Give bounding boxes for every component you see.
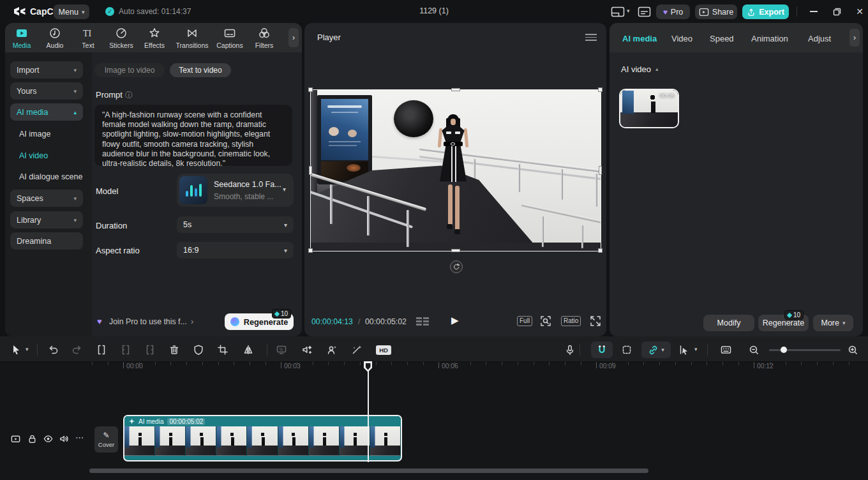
portrait-enhance-icon[interactable]: [326, 344, 338, 356]
play-button[interactable]: ▶: [451, 315, 459, 326]
fullscreen-icon[interactable]: [589, 315, 602, 327]
sidebar-item-ai-media[interactable]: AI media▴: [10, 103, 83, 121]
selection-handle[interactable]: [308, 248, 313, 253]
ribbon-tab-stickers[interactable]: Stickers: [105, 27, 138, 49]
full-button[interactable]: Full: [517, 316, 532, 326]
hide-track-icon[interactable]: [43, 433, 54, 444]
join-pro-link[interactable]: Join Pro to use this f...: [109, 317, 187, 326]
tab-image-to-video[interactable]: Image to video: [94, 63, 165, 77]
inspector-more-tabs-button[interactable]: ›: [849, 29, 860, 47]
mask-icon[interactable]: [193, 344, 204, 356]
ai-video-thumbnail[interactable]: 00:05: [619, 89, 679, 128]
selection-handle[interactable]: [599, 166, 602, 175]
chevron-down-icon[interactable]: ▾: [694, 346, 698, 352]
zoom-in-icon[interactable]: [847, 344, 858, 356]
split-icon[interactable]: [96, 344, 107, 356]
zoom-slider-handle[interactable]: [781, 347, 787, 353]
redo-icon[interactable]: [71, 344, 83, 356]
frame-view-icon[interactable]: [416, 317, 429, 326]
ribbon-tab-captions[interactable]: Captions: [213, 27, 246, 49]
selection-handle[interactable]: [598, 87, 602, 92]
ribbon-tab-transitions[interactable]: Transitions: [174, 27, 211, 49]
preview-frame-icon[interactable]: [621, 344, 632, 356]
tab-adjust[interactable]: Adjust: [808, 34, 831, 43]
duration-select[interactable]: 5s ▾: [177, 216, 294, 233]
info-icon[interactable]: ⓘ: [125, 90, 133, 101]
sidebar-item-library[interactable]: Library▾: [10, 211, 83, 229]
track-options-icon[interactable]: ⋯: [75, 433, 84, 442]
shortcut-keys-icon[interactable]: [720, 344, 732, 356]
player-menu-icon[interactable]: [585, 34, 597, 41]
delete-left-icon[interactable]: [120, 344, 131, 356]
delete-icon[interactable]: [168, 344, 180, 356]
chevron-right-icon[interactable]: ›: [191, 317, 193, 326]
ribbon-tab-media[interactable]: Media: [5, 27, 38, 49]
magic-wand-icon[interactable]: [351, 344, 363, 356]
sidebar-item-ai-dialogue-scene[interactable]: AI dialogue scene: [19, 172, 82, 181]
more-button[interactable]: More ▾: [813, 315, 853, 331]
share-button[interactable]: Share: [695, 4, 737, 19]
timeline-scrollbar[interactable]: [89, 469, 648, 473]
ribbon-tab-audio[interactable]: Audio: [38, 27, 71, 49]
minimize-button[interactable]: [805, 5, 822, 18]
modify-button[interactable]: Modify: [703, 315, 754, 331]
tab-animation[interactable]: Animation: [751, 34, 788, 43]
ribbon-tab-text[interactable]: TI Text: [71, 27, 105, 49]
ribbon-tab-filters[interactable]: Filters: [248, 27, 281, 49]
video-canvas[interactable]: [311, 90, 601, 251]
chevron-down-icon[interactable]: ▾: [26, 346, 29, 352]
maximize-button[interactable]: [828, 5, 845, 18]
ribbon-more-button[interactable]: ›: [288, 28, 299, 47]
link-toggle[interactable]: ▾: [641, 341, 671, 358]
layout-chevron-icon[interactable]: ▾: [627, 8, 630, 14]
main-track-icon[interactable]: [10, 433, 21, 444]
notes-panel-icon[interactable]: [638, 6, 651, 17]
prompt-input[interactable]: "A high-fashion runway scene with a conf…: [94, 105, 292, 166]
selection-handle[interactable]: [598, 248, 602, 253]
sidebar-item-dreamina[interactable]: Dreamina: [10, 232, 83, 250]
close-button[interactable]: ✕: [851, 5, 868, 18]
pro-button[interactable]: ♥ Pro: [656, 4, 690, 19]
model-select[interactable]: Seedance 1.0 Fa... Smooth, stable ... ▾: [177, 174, 294, 207]
mute-track-icon[interactable]: [59, 433, 70, 444]
hd-quality-button[interactable]: HD: [376, 345, 391, 355]
snap-toggle[interactable]: [591, 341, 613, 358]
sidebar-item-spaces[interactable]: Spaces▾: [10, 190, 83, 207]
selection-handle[interactable]: [309, 166, 312, 175]
selection-handle[interactable]: [451, 88, 460, 91]
cursor-mode-icon[interactable]: [678, 344, 689, 356]
undo-icon[interactable]: [47, 344, 59, 356]
lock-track-icon[interactable]: [27, 433, 38, 444]
sidebar-item-ai-video[interactable]: AI video: [19, 151, 48, 160]
ribbon-tab-effects[interactable]: Effects: [138, 27, 171, 49]
mirror-flip-icon[interactable]: [243, 344, 254, 356]
tab-text-to-video[interactable]: Text to video: [170, 63, 231, 77]
sidebar-item-yours[interactable]: Yours▾: [10, 82, 83, 100]
audio-enhance-icon[interactable]: [301, 344, 313, 356]
tab-ai-media[interactable]: AI media: [622, 34, 657, 43]
selection-handle[interactable]: [451, 249, 460, 252]
selection-handle[interactable]: [308, 87, 313, 92]
delete-right-icon[interactable]: [144, 344, 156, 356]
playhead-line[interactable]: [368, 361, 369, 462]
sidebar-item-ai-image[interactable]: AI image: [19, 130, 50, 139]
timeline-clip[interactable]: AI media 00:00:05:02: [123, 415, 402, 461]
zoom-out-icon[interactable]: [748, 344, 760, 356]
layout-toggle-icon[interactable]: [611, 6, 625, 17]
tab-video[interactable]: Video: [671, 34, 692, 43]
crop-icon[interactable]: [217, 344, 228, 356]
microphone-icon[interactable]: [564, 344, 576, 356]
timeline-ruler[interactable]: [89, 362, 863, 373]
aspect-ratio-select[interactable]: 16:9 ▾: [177, 242, 294, 259]
rotate-handle[interactable]: [450, 260, 463, 273]
export-button[interactable]: Export: [742, 4, 789, 19]
select-tool-icon[interactable]: [10, 344, 22, 356]
background-remove-icon[interactable]: %: [276, 344, 287, 356]
zoom-select-icon[interactable]: [539, 315, 552, 327]
ai-video-section-label[interactable]: AI video: [621, 64, 651, 74]
ratio-button[interactable]: Ratio: [561, 316, 581, 326]
tab-speed[interactable]: Speed: [710, 34, 734, 43]
cover-button[interactable]: ✎ Cover: [94, 426, 118, 453]
timeline-zoom-slider[interactable]: [769, 349, 841, 351]
sidebar-item-import[interactable]: Import▾: [10, 61, 83, 79]
